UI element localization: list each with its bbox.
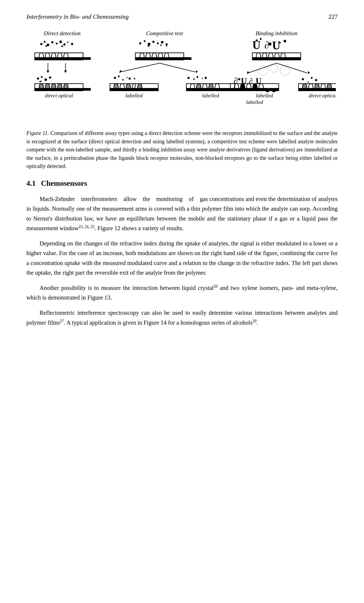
svg-point-21: [37, 78, 39, 80]
svg-point-31: [144, 40, 145, 42]
svg-text:Binding inhibition: Binding inhibition: [256, 30, 298, 36]
svg-line-45: [160, 63, 195, 72]
svg-point-71: [260, 38, 262, 40]
svg-point-3: [40, 43, 43, 45]
figure-caption-text: Comparison of different assay types usin…: [26, 130, 338, 169]
page-number: 227: [328, 13, 338, 20]
svg-rect-64: [186, 90, 235, 91]
svg-point-10: [67, 42, 68, 43]
footnote-26: 26: [214, 284, 218, 289]
svg-line-43: [121, 63, 160, 72]
svg-point-68: [268, 43, 271, 46]
svg-line-80: [248, 63, 276, 73]
svg-text:labelled: labelled: [256, 93, 273, 98]
section-title: Chemosensors: [41, 179, 87, 187]
page-header: Interferometry in Bio- and Chemosensing …: [26, 13, 338, 20]
svg-text:Competitive test: Competitive test: [146, 30, 183, 36]
svg-rect-16: [35, 59, 83, 60]
svg-text:direct optical: direct optical: [309, 93, 336, 98]
svg-point-8: [59, 40, 62, 43]
paragraph-1: Mach-Zehnder interferometers allow the m…: [26, 194, 338, 233]
figure-illustration: Direct detection Competitive test Bindin…: [26, 29, 338, 126]
svg-text:★: ★: [147, 44, 150, 48]
svg-point-13: [61, 45, 63, 47]
svg-point-59: [197, 76, 198, 78]
svg-text:✦: ✦: [165, 45, 168, 48]
svg-point-70: [256, 39, 258, 42]
figure-caption: Figure 11. Comparison of different assay…: [26, 129, 338, 170]
svg-point-72: [284, 40, 286, 43]
svg-point-75: [270, 64, 278, 72]
svg-point-85: [238, 78, 240, 80]
svg-point-4: [44, 41, 45, 43]
chapter-title: Interferometry in Bio- and Chemosensing: [26, 13, 129, 20]
body-text: Mach-Zehnder interferometers allow the m…: [26, 194, 338, 328]
footnote-23-24-25: 23, 24, 25: [79, 224, 95, 229]
section-heading: 4.1 Chemosensors: [26, 179, 338, 187]
svg-text:direct optical: direct optical: [45, 93, 73, 98]
paragraph-4: Reflectometric interference spectroscopy…: [26, 308, 338, 327]
svg-text:★: ★: [121, 78, 124, 81]
svg-point-35: [161, 41, 164, 44]
svg-point-6: [51, 41, 53, 43]
svg-text:Direct detection: Direct detection: [44, 30, 80, 36]
svg-point-7: [56, 43, 58, 45]
svg-marker-18: [47, 70, 49, 73]
svg-text:labelled: labelled: [246, 99, 263, 105]
svg-rect-79: [252, 59, 301, 60]
svg-text:labelled: labelled: [202, 93, 219, 98]
svg-marker-46: [196, 70, 198, 73]
svg-text:★: ★: [133, 77, 136, 80]
footnote-27: 27: [60, 319, 64, 323]
section-number: 4.1: [26, 179, 36, 187]
svg-point-23: [44, 78, 47, 81]
svg-text:★: ★: [160, 44, 162, 47]
svg-point-9: [63, 43, 66, 46]
svg-text:★: ★: [193, 78, 195, 81]
paragraph-2: Depending on the changes of the refracti…: [26, 239, 338, 278]
svg-point-98: [315, 79, 317, 81]
svg-text:✦: ✦: [126, 76, 128, 79]
figure-svg: Direct detection Competitive test Bindin…: [28, 29, 336, 126]
svg-point-57: [188, 77, 190, 79]
svg-point-95: [302, 78, 304, 80]
svg-point-48: [118, 75, 120, 77]
svg-marker-83: [308, 71, 310, 74]
figure-caption-label: Figure 11.: [26, 130, 49, 136]
svg-rect-28: [35, 90, 83, 91]
svg-rect-55: [110, 90, 158, 91]
svg-point-74: [258, 66, 268, 75]
svg-point-47: [114, 77, 116, 79]
svg-point-5: [47, 44, 49, 46]
paragraph-3: Another possibility is to measure the in…: [26, 283, 338, 302]
svg-point-22: [41, 76, 43, 78]
svg-point-30: [139, 42, 141, 45]
svg-point-24: [49, 76, 51, 79]
svg-point-61: [205, 77, 207, 79]
svg-point-51: [129, 78, 131, 80]
svg-line-82: [276, 63, 307, 73]
svg-point-34: [157, 43, 159, 44]
svg-rect-42: [135, 59, 184, 60]
svg-marker-20: [64, 70, 67, 73]
svg-text:U: U: [272, 39, 280, 52]
footnote-29: 29: [253, 319, 256, 323]
svg-text:∂: ∂: [265, 40, 269, 51]
svg-point-11: [71, 43, 73, 45]
svg-point-33: [152, 41, 154, 43]
svg-rect-101: [298, 90, 336, 91]
figure-11: Direct detection Competitive test Bindin…: [26, 29, 338, 170]
svg-point-97: [311, 77, 313, 79]
svg-point-25: [39, 81, 42, 82]
svg-text:labelled: labelled: [125, 93, 143, 98]
svg-text:✦: ✦: [201, 77, 204, 80]
